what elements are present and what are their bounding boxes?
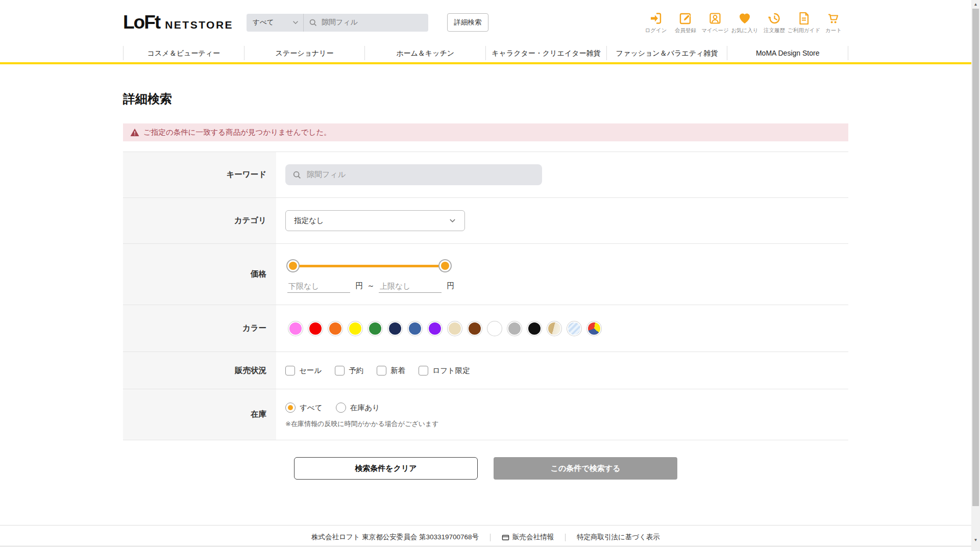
scrollbar-up-arrow[interactable]: ▲ <box>971 0 980 9</box>
sales-status-row: 販売状況 セール 予約 <box>123 352 848 389</box>
clear-conditions-button[interactable]: 検索条件をクリア <box>294 457 478 480</box>
chevron-down-icon <box>449 217 456 224</box>
price-min-unit: 円 <box>355 281 363 291</box>
logo-main-text: LoFt <box>123 12 160 33</box>
warning-icon <box>130 128 139 137</box>
checkbox-sale[interactable]: セール <box>285 366 322 375</box>
scrollbar-down-arrow[interactable]: ▼ <box>971 536 980 544</box>
register-link[interactable]: 会員登録 <box>671 11 700 34</box>
nav-item-fashion-variety[interactable]: ファッション＆バラエティ雑貨 <box>606 46 727 60</box>
page-title: 詳細検索 <box>123 91 848 107</box>
orange-color-swatch[interactable] <box>329 322 341 335</box>
checkbox-box[interactable] <box>419 366 428 375</box>
price-max-input[interactable] <box>379 281 442 293</box>
red-color-swatch[interactable] <box>309 322 322 335</box>
guide-icon <box>797 11 811 26</box>
black-color-swatch[interactable] <box>528 322 541 335</box>
favorites-label: お気に入り <box>731 27 758 34</box>
checkbox-box[interactable] <box>285 366 295 375</box>
multicolor-color-swatch[interactable] <box>588 322 600 335</box>
radio-in-stock[interactable]: 在庫あり <box>336 403 380 413</box>
register-label: 会員登録 <box>675 27 696 34</box>
checkbox-reservation[interactable]: 予約 <box>335 366 363 375</box>
slider-handle-min[interactable] <box>289 262 297 270</box>
order-history-label: 注文履歴 <box>764 27 785 34</box>
slider-handle-max[interactable] <box>441 262 449 270</box>
mypage-icon <box>708 11 722 26</box>
category-value: 指定なし <box>294 216 449 226</box>
content-area: LoFt NETSTORE すべて 隙間フィル 詳細検索 <box>0 0 971 551</box>
slider-track[interactable] <box>293 265 445 267</box>
mypage-link[interactable]: マイページ <box>700 11 730 34</box>
beige-color-swatch[interactable] <box>449 322 461 335</box>
nav-item-moma[interactable]: MoMA Design Store <box>727 46 848 60</box>
footer-link-legal[interactable]: 特定商取引法に基づく表示 <box>577 533 660 542</box>
global-nav: コスメ＆ビューティー ステーショナリー ホーム＆キッチン キャラクター・クリエイ… <box>0 44 971 64</box>
error-message: ご指定の条件に一致する商品が見つかりませんでした。 <box>143 128 331 137</box>
scrollbar-thumb[interactable] <box>972 9 979 506</box>
radio-button[interactable] <box>336 403 346 413</box>
search-category-value: すべて <box>253 18 292 27</box>
login-label: ログイン <box>645 27 667 34</box>
white-color-swatch[interactable] <box>488 322 501 335</box>
header-search-bar: すべて 隙間フィル <box>247 14 428 32</box>
checkbox-label: セール <box>299 366 322 375</box>
order-history-link[interactable]: 注文履歴 <box>760 11 789 34</box>
login-link[interactable]: ログイン <box>641 11 671 34</box>
vertical-scrollbar[interactable]: ▲ ▼ <box>971 0 980 551</box>
search-with-conditions-button[interactable]: この条件で検索する <box>494 457 677 480</box>
price-range-slider[interactable] <box>293 258 445 273</box>
favorites-icon <box>738 11 752 26</box>
green-color-swatch[interactable] <box>369 322 381 335</box>
category-label: カテゴリ <box>123 198 276 243</box>
nav-item-cosmetics[interactable]: コスメ＆ビューティー <box>123 46 244 60</box>
nav-item-character-goods[interactable]: キャラクター・クリエイター雑貨 <box>485 46 606 60</box>
loft-logo[interactable]: LoFt NETSTORE <box>123 12 233 33</box>
pink-color-swatch[interactable] <box>289 322 302 335</box>
radio-label: 在庫あり <box>350 403 380 413</box>
gold-color-swatch[interactable] <box>548 322 560 335</box>
clear-color-swatch[interactable] <box>568 322 580 335</box>
stock-label: 在庫 <box>123 389 276 440</box>
site-header: LoFt NETSTORE すべて 隙間フィル 詳細検索 <box>0 0 971 64</box>
footer-divider <box>565 534 566 541</box>
search-icon <box>309 18 317 27</box>
nav-item-home-kitchen[interactable]: ホーム＆キッチン <box>364 46 485 60</box>
nav-item-stationery[interactable]: ステーショナリー <box>244 46 365 60</box>
brown-color-swatch[interactable] <box>469 322 481 335</box>
radio-button[interactable] <box>285 403 296 413</box>
login-icon <box>649 11 663 26</box>
price-min-input[interactable] <box>287 281 350 293</box>
price-max-unit: 円 <box>447 281 454 291</box>
sales-status-options: セール 予約 新着 <box>285 366 470 375</box>
checkbox-box[interactable] <box>377 366 386 375</box>
navy-color-swatch[interactable] <box>389 322 401 335</box>
header-search-input[interactable]: 隙間フィル <box>304 18 428 27</box>
checkbox-loft-limited[interactable]: ロフト限定 <box>419 366 470 375</box>
keyword-input[interactable]: 隙間フィル <box>285 164 542 185</box>
guide-link[interactable]: ご利用ガイド <box>789 11 819 34</box>
search-icon <box>292 170 302 180</box>
register-icon <box>678 11 693 26</box>
checkbox-label: 予約 <box>349 366 363 375</box>
purple-color-swatch[interactable] <box>429 322 441 335</box>
checkbox-box[interactable] <box>335 366 345 375</box>
search-category-select[interactable]: すべて <box>247 14 304 32</box>
detail-search-button[interactable]: 詳細検索 <box>447 13 488 32</box>
footer-company-text: 株式会社ロフト 東京都公安委員会 第303319700768号 <box>311 533 479 542</box>
cart-link[interactable]: カート <box>819 11 848 34</box>
category-row: カテゴリ 指定なし <box>123 198 848 244</box>
gray-color-swatch[interactable] <box>508 322 521 335</box>
category-select[interactable]: 指定なし <box>285 210 465 231</box>
favorites-link[interactable]: お気に入り <box>730 11 760 34</box>
checkbox-new[interactable]: 新着 <box>377 366 405 375</box>
guide-label: ご利用ガイド <box>788 27 820 34</box>
footer-link-label: 販売会社情報 <box>512 533 554 542</box>
bottom-divider <box>0 546 971 546</box>
footer-link-company-info[interactable]: 販売会社情報 <box>502 533 554 542</box>
stock-note: ※在庫情報の反映に時間がかかる場合がございます <box>285 419 439 429</box>
yellow-color-swatch[interactable] <box>349 322 361 335</box>
header-search-value: 隙間フィル <box>322 18 358 27</box>
blue-color-swatch[interactable] <box>409 322 421 335</box>
radio-all[interactable]: すべて <box>285 403 323 413</box>
